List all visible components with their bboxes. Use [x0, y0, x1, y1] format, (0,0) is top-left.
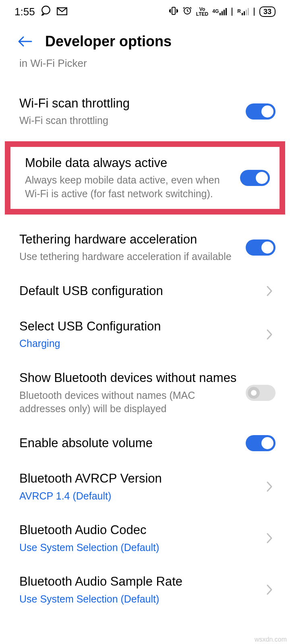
item-default-usb-config[interactable]: Default USB configuration [0, 273, 290, 309]
toggle-wifi-scan-throttling[interactable] [246, 103, 276, 120]
item-select-usb-config[interactable]: Select USB Configuration Charging [0, 309, 290, 360]
toggle-mobile-data-always-active[interactable] [240, 170, 270, 186]
item-title: Tethering hardware acceleration [19, 231, 238, 248]
gmail-icon [57, 6, 67, 18]
item-subtitle: Bluetooth devices without names (MAC add… [19, 389, 238, 416]
item-bt-avrcp-version[interactable]: Bluetooth AVRCP Version AVRCP 1.4 (Defau… [0, 461, 290, 512]
item-mobile-data-always-active[interactable]: Mobile data always active Always keep mo… [10, 147, 280, 209]
chevron-right-icon [266, 584, 273, 596]
item-subtitle: Wi-Fi scan throttling [19, 114, 238, 128]
svg-point-0 [42, 6, 50, 14]
settings-list[interactable]: in Wi-Fi Picker Wi-Fi scan throttling Wi… [0, 57, 290, 615]
item-subtitle: Always keep mobile data active, even whe… [25, 173, 232, 201]
chevron-right-icon [266, 481, 273, 493]
item-value: Charging [19, 337, 258, 351]
toggle-tethering-hw-accel[interactable] [246, 239, 276, 256]
watermark: wsxdn.com [255, 636, 287, 643]
svg-rect-2 [172, 7, 175, 14]
chevron-right-icon [266, 328, 273, 341]
status-bar: 1:55 Vo LTED 4G R 33 [0, 0, 290, 23]
previous-item-cutoff: in Wi-Fi Picker [0, 57, 290, 86]
item-enable-absolute-volume[interactable]: Enable absolute volume [0, 425, 290, 461]
sim-separator-2 [254, 8, 255, 16]
item-bt-audio-codec[interactable]: Bluetooth Audio Codec Use System Selecti… [0, 512, 290, 564]
item-title: Bluetooth Audio Codec [19, 522, 258, 538]
status-left: 1:55 [14, 5, 67, 19]
item-title: Select USB Configuration [19, 318, 258, 334]
battery-indicator: 33 [259, 6, 276, 17]
item-subtitle: Use tethering hardware acceleration if a… [19, 250, 238, 264]
toggle-show-bt-no-names[interactable] [246, 385, 276, 401]
status-right: Vo LTED 4G R 33 [169, 6, 276, 18]
item-value: Use System Selection (Default) [19, 592, 258, 606]
whatsapp-icon [41, 5, 51, 19]
item-value: Use System Selection (Default) [19, 541, 258, 555]
signal-4g: 4G [212, 8, 227, 15]
sim-separator [232, 8, 232, 16]
volte-icon: Vo LTED [196, 7, 208, 17]
page-header: Developer options [0, 23, 290, 60]
toggle-enable-absolute-volume[interactable] [246, 435, 276, 451]
chevron-right-icon [266, 285, 273, 297]
item-title: Bluetooth Audio Sample Rate [19, 574, 258, 590]
item-title: Wi-Fi scan throttling [19, 95, 238, 111]
alarm-icon [182, 6, 192, 18]
highlight-box: Mobile data always active Always keep mo… [5, 141, 285, 215]
item-wifi-scan-throttling[interactable]: Wi-Fi scan throttling Wi-Fi scan throttl… [0, 86, 290, 137]
item-title: Enable absolute volume [19, 435, 238, 451]
vibrate-icon [169, 6, 178, 18]
item-title: Show Bluetooth devices without names [19, 370, 238, 386]
item-title: Mobile data always active [25, 155, 232, 171]
item-title: Bluetooth AVRCP Version [19, 471, 258, 487]
item-value: AVRCP 1.4 (Default) [19, 489, 258, 503]
item-title: Default USB configuration [19, 283, 258, 299]
item-show-bt-no-names[interactable]: Show Bluetooth devices without names Blu… [0, 360, 290, 425]
back-arrow-icon[interactable] [18, 35, 32, 47]
item-bt-audio-sample-rate[interactable]: Bluetooth Audio Sample Rate Use System S… [0, 564, 290, 615]
status-time: 1:55 [14, 6, 35, 18]
signal-roaming: R [237, 8, 249, 15]
page-title: Developer options [45, 33, 172, 50]
item-tethering-hw-accel[interactable]: Tethering hardware acceleration Use teth… [0, 222, 290, 273]
chevron-right-icon [266, 532, 273, 544]
